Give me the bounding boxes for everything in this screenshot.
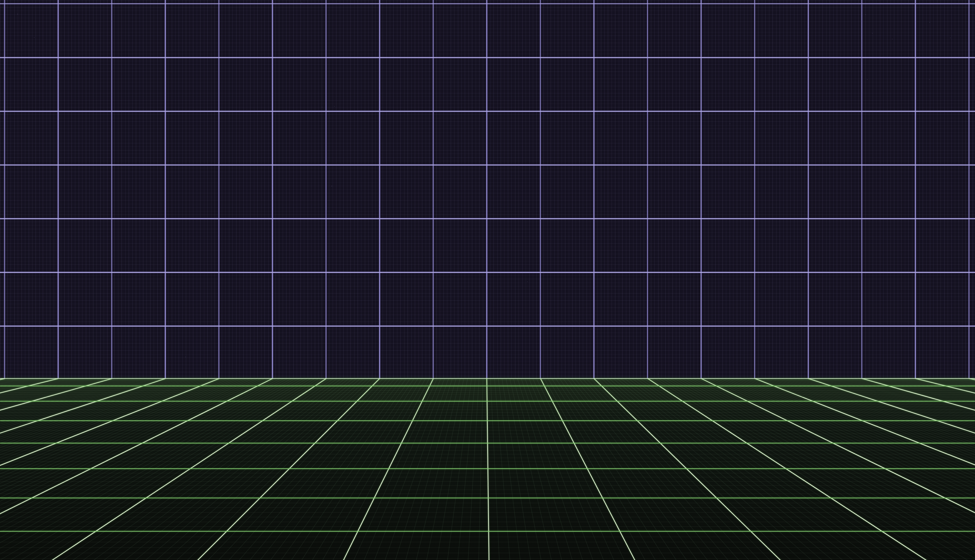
- floor-radial-fine-line: [919, 378, 975, 560]
- floor-fine-row-line: [0, 440, 975, 440]
- floor-radial-fine-line: [785, 378, 975, 560]
- noise-speck: [19, 57, 20, 58]
- noise-speck: [218, 235, 219, 236]
- noise-speck: [872, 33, 873, 33]
- floor-radial-fine-line: [892, 378, 975, 560]
- noise-speck: [527, 282, 528, 282]
- floor-fine-row-line: [0, 462, 975, 462]
- noise-speck: [929, 79, 930, 80]
- noise-speck: [332, 186, 332, 187]
- noise-speck: [865, 14, 866, 15]
- noise-speck: [322, 107, 322, 107]
- floor-fine-row-line: [0, 427, 975, 427]
- noise-speck: [730, 123, 730, 124]
- horizon-line: [0, 378, 975, 379]
- wall-grid: [0, 0, 975, 378]
- floor-radial-fine-line: [529, 378, 857, 560]
- floor-radial-major-line: [0, 378, 112, 560]
- floor-radial-fine-line: [590, 378, 975, 560]
- noise-speck: [185, 357, 186, 357]
- floor-radial-fine-line: [0, 378, 81, 560]
- floor-radial-fine-line: [659, 378, 975, 560]
- floor-major-row-line: [0, 386, 975, 386]
- floor-radial-fine-line: [544, 378, 963, 560]
- floor-fine-row-line: [0, 399, 975, 399]
- floor-radial-fine-line: [0, 378, 268, 560]
- floor-radial-fine-line: [0, 378, 277, 560]
- floor-fine-row-line: [0, 503, 975, 503]
- floor-radial-fine-line: [498, 378, 602, 560]
- floor-fine-row-line: [0, 388, 975, 388]
- floor-fine-row-line: [0, 542, 975, 542]
- floor-fine-row-line: [0, 380, 975, 381]
- floor-fine-row-line: [0, 490, 975, 490]
- floor-grid: [0, 378, 975, 560]
- noise-speck: [929, 22, 930, 23]
- floor-fine-row-line: [0, 450, 975, 451]
- floor-fine-row-line: [0, 465, 975, 465]
- floor-fine-row-line: [0, 485, 975, 486]
- floor-fine-row-line: [0, 477, 975, 477]
- floor-fine-row-line: [0, 380, 975, 380]
- floor-radial-fine-line: [563, 378, 975, 560]
- floor-fine-row-line: [0, 433, 975, 434]
- floor-fine-row-line: [0, 447, 975, 447]
- floor-fine-row-line: [0, 458, 975, 458]
- floor-fine-row-line: [0, 418, 975, 418]
- noise-speck: [950, 38, 951, 38]
- floor-radial-fine-line: [0, 378, 342, 560]
- floor-radial-fine-line: [632, 378, 975, 560]
- floor-radial-fine-line: [602, 378, 975, 560]
- floor-fine-row-line: [0, 412, 975, 413]
- noise-speck: [302, 2, 302, 3]
- floor-fine-row-line: [0, 512, 975, 513]
- noise-speck: [892, 39, 893, 39]
- noise-speck: [658, 374, 658, 375]
- floor-major-row-line: [0, 498, 975, 498]
- floor-fine-row-line: [0, 507, 975, 508]
- floor-fine-row-line: [0, 517, 975, 517]
- floor-fine-row-line: [0, 395, 975, 395]
- floor-radial-fine-line: [728, 378, 975, 560]
- floor-fine-row-line: [0, 454, 975, 454]
- floor-major-row-line: [0, 443, 975, 443]
- floor-fine-row-line: [0, 384, 975, 384]
- floor-radial-fine-line: [164, 378, 448, 560]
- floor-fine-row-line: [0, 481, 975, 482]
- floor-fine-row-line: [0, 383, 975, 383]
- floor-major-row-line: [0, 420, 975, 421]
- floor-fine-row-line: [0, 473, 975, 473]
- noise-speck: [334, 106, 335, 107]
- floor-major-row-line: [0, 468, 975, 469]
- floor-fine-row-line: [0, 553, 975, 553]
- floor-radial-fine-line: [0, 378, 410, 560]
- floor-radial-fine-line: [510, 378, 703, 560]
- floor-radial-major-line: [487, 378, 498, 560]
- floor-fine-row-line: [0, 424, 975, 424]
- noise-speck: [272, 369, 273, 369]
- floor-radial-fine-line: [525, 378, 827, 560]
- noise-speck: [867, 79, 868, 80]
- floor-fine-row-line: [0, 382, 975, 382]
- floor-fine-row-line: [0, 547, 975, 548]
- floor-radial-fine-line: [0, 378, 345, 560]
- noise-speck: [17, 14, 18, 14]
- noise-speck: [34, 37, 35, 38]
- floor-fine-row-line: [0, 407, 975, 407]
- floor-radial-fine-line: [0, 378, 399, 560]
- synthwave-grid-background: [0, 0, 975, 560]
- floor-fine-row-line: [0, 397, 975, 397]
- floor-major-row-line: [0, 531, 975, 532]
- floor-major-row-line: [0, 401, 975, 402]
